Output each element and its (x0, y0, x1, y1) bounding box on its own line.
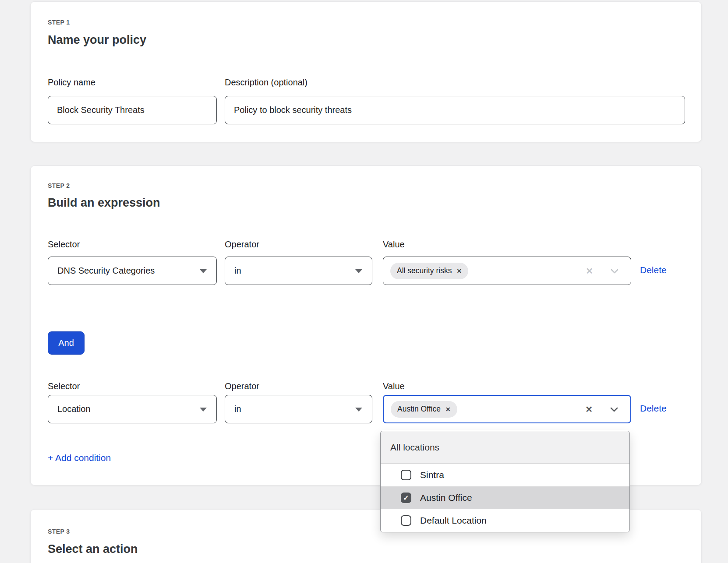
step1-title: Name your policy (48, 33, 146, 47)
row2-selector-select[interactable]: Location (48, 395, 217, 423)
chevron-down-icon[interactable] (609, 405, 619, 414)
row1-value-label: Value (383, 239, 405, 250)
step3-label: STEP 3 (48, 528, 70, 535)
step2-title: Build an expression (48, 196, 160, 210)
step2-label: STEP 2 (48, 182, 70, 189)
option-label: Sintra (420, 470, 444, 480)
step3-title: Select an action (48, 542, 138, 556)
row2-delete-button[interactable]: Delete (640, 394, 667, 422)
step1-card: STEP 1 Name your policy Policy name Desc… (30, 1, 702, 142)
location-dropdown-header[interactable]: All locations (381, 431, 629, 464)
checkbox-checked-icon[interactable]: ✓ (401, 493, 411, 503)
dropdown-caret-icon (355, 408, 362, 412)
row1-operator-label: Operator (225, 239, 259, 250)
row2-operator-label: Operator (225, 381, 259, 391)
and-button[interactable]: And (48, 331, 85, 355)
row1-selector-value: DNS Security Categories (57, 266, 155, 276)
add-condition-button[interactable]: + Add condition (48, 453, 111, 463)
option-label: Austin Office (420, 493, 472, 503)
row2-operator-select[interactable]: in (225, 395, 372, 423)
step1-label: STEP 1 (48, 19, 70, 26)
location-option-austin-office[interactable]: ✓ Austin Office (381, 486, 629, 509)
location-option-sintra[interactable]: Sintra (381, 464, 629, 486)
checkbox-unchecked-icon[interactable] (401, 470, 411, 480)
value-chip: All security risks ✕ (390, 263, 468, 279)
dropdown-caret-icon (355, 269, 362, 273)
row1-selector-label: Selector (48, 239, 80, 250)
checkbox-unchecked-icon[interactable] (401, 515, 411, 526)
row1-operator-value: in (234, 266, 241, 276)
row2-selector-value: Location (57, 404, 91, 414)
chip-label: All security risks (397, 266, 452, 275)
row1-operator-select[interactable]: in (225, 257, 372, 285)
row2-value-label: Value (383, 381, 405, 391)
location-dropdown: All locations Sintra ✓ Austin Office Def… (380, 431, 630, 532)
chip-remove-icon[interactable]: ✕ (445, 406, 451, 413)
row2-operator-value: in (234, 404, 241, 414)
row1-delete-button[interactable]: Delete (640, 256, 667, 284)
dropdown-caret-icon (200, 408, 207, 412)
row2-value-field[interactable]: Austin Office ✕ ✕ (383, 395, 631, 423)
row1-selector-select[interactable]: DNS Security Categories (48, 257, 217, 285)
row2-selector-label: Selector (48, 381, 80, 391)
value-chip: Austin Office ✕ (391, 401, 457, 418)
clear-value-icon[interactable]: ✕ (585, 404, 593, 415)
clear-value-icon[interactable]: ✕ (586, 266, 593, 276)
chip-remove-icon[interactable]: ✕ (456, 267, 462, 274)
policy-name-input[interactable] (48, 96, 217, 124)
chevron-down-icon[interactable] (610, 266, 619, 276)
option-label: Default Location (420, 515, 487, 526)
location-option-default-location[interactable]: Default Location (381, 509, 629, 532)
policy-name-label: Policy name (48, 77, 95, 88)
chip-label: Austin Office (397, 405, 441, 414)
description-label: Description (optional) (225, 77, 307, 88)
dropdown-caret-icon (200, 269, 207, 273)
description-input[interactable] (225, 96, 685, 124)
row1-value-field[interactable]: All security risks ✕ ✕ (383, 257, 631, 285)
